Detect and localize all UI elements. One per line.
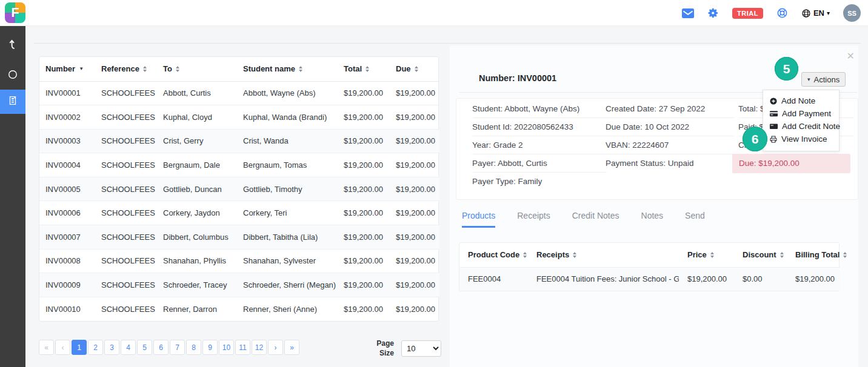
menu-item-label: Add Note — [781, 96, 815, 105]
page-size-select[interactable]: 10 — [401, 340, 441, 357]
table-row[interactable]: INV00006SCHOOLFEESCorkery, JaydonCorkery… — [39, 201, 439, 225]
pagination-first-button[interactable]: « — [39, 340, 54, 355]
pagination-next-button[interactable]: › — [268, 340, 283, 355]
table-row[interactable]: INV00008SCHOOLFEESShanahan, PhyllisShana… — [39, 249, 439, 273]
due-amount-chip: Due: $19,200.00 — [732, 154, 850, 173]
tab-receipts[interactable]: Receipts — [517, 211, 550, 228]
table-row[interactable]: INV00009SCHOOLFEESSchroeder, TraceySchro… — [39, 273, 439, 297]
tab-products[interactable]: Products — [462, 211, 495, 228]
sort-icon — [176, 66, 179, 72]
tab-send[interactable]: Send — [685, 211, 705, 228]
table-row[interactable]: INV00010SCHOOLFEESRenner, DarronRenner, … — [39, 297, 439, 321]
table-cell: $19,200.00 — [390, 177, 439, 201]
column-header-receipts[interactable]: Receipts — [528, 243, 679, 267]
table-row[interactable]: INV00003SCHOOLFEESCrist, GerryCrist, Wan… — [39, 129, 439, 153]
topbar: F TRIAL EN ▾ SS — [0, 0, 868, 26]
pagination-page-button[interactable]: 2 — [88, 340, 103, 355]
pagination-page-button[interactable]: 12 — [252, 340, 267, 355]
column-header-due[interactable]: Due — [390, 57, 439, 81]
table-cell: $19,200.00 — [338, 273, 390, 297]
sort-desc-icon: ▼ — [79, 66, 84, 71]
help-lifering-icon[interactable] — [776, 7, 788, 19]
column-label: Total — [344, 64, 362, 73]
actions-button[interactable]: ▾ Actions — [801, 72, 846, 87]
table-cell: Bergnaum, Dale — [157, 153, 237, 177]
pagination-page-button[interactable]: 10 — [219, 340, 234, 355]
table-cell: $19,200.00 — [338, 177, 390, 201]
sort-icon — [573, 252, 576, 258]
table-row[interactable]: INV00005SCHOOLFEESGottlieb, DuncanGottli… — [39, 177, 439, 201]
table-row[interactable]: INV00004SCHOOLFEESBergnaum, DaleBergnaum… — [39, 153, 439, 177]
pagination-prev-button[interactable]: ‹ — [55, 340, 70, 355]
pagination-page-button[interactable]: 11 — [235, 340, 250, 355]
close-icon[interactable]: ✕ — [847, 50, 855, 62]
menu-item-add-credit-note[interactable]: Add Credit Note — [763, 120, 839, 133]
table-cell: INV00005 — [39, 177, 95, 201]
table-cell: $19,200.00 — [390, 129, 439, 153]
table-cell: Corkery, Teri — [237, 201, 338, 225]
products-table: Product CodeReceiptsPriceDiscountBilling… — [459, 243, 840, 291]
screen: F TRIAL EN ▾ SS — [0, 0, 868, 367]
table-cell: Gottlieb, Duncan — [157, 177, 237, 201]
actions-dropdown-menu: Add NoteAdd PaymentAdd Credit NoteView I… — [763, 90, 840, 151]
actions-button-label: Actions — [814, 75, 840, 84]
table-cell: Dibbert, Columbus — [157, 225, 237, 250]
detail-field: Payer: Abbott, Curtis — [472, 154, 607, 173]
pagination-page-button[interactable]: 6 — [153, 340, 169, 355]
sidebar-item-invoices[interactable] — [0, 90, 25, 114]
table-row[interactable]: FEE0004FEE0004 Tuition Fees: Junior Scho… — [459, 267, 840, 291]
avatar[interactable]: SS — [843, 4, 861, 22]
column-header-to[interactable]: To — [157, 57, 237, 81]
page-divider — [34, 43, 861, 44]
tab-notes[interactable]: Notes — [641, 211, 664, 228]
pagination-page-button[interactable]: 9 — [202, 340, 218, 355]
table-cell: $19,200.00 — [390, 153, 439, 177]
column-header-product-code[interactable]: Product Code — [459, 243, 528, 267]
column-header-reference[interactable]: Reference — [95, 57, 157, 81]
pagination-page-button[interactable]: 4 — [121, 340, 136, 355]
table-cell: SCHOOLFEES — [95, 273, 157, 297]
table-row[interactable]: INV00007SCHOOLFEESDibbert, ColumbusDibbe… — [39, 225, 439, 250]
column-label: Reference — [101, 64, 139, 73]
pagination-row: «‹123456789101112›» Page Size 10 — [39, 340, 439, 357]
table-row[interactable]: INV00001SCHOOLFEESAbbott, CurtisAbbott, … — [39, 81, 439, 105]
column-header-total[interactable]: Total — [338, 57, 390, 81]
printer-icon — [769, 135, 778, 144]
pagination-page-button[interactable]: 3 — [104, 340, 119, 355]
column-header-number[interactable]: Number▼ — [39, 57, 95, 81]
column-header-price[interactable]: Price — [679, 243, 734, 267]
column-header-discount[interactable]: Discount — [734, 243, 787, 267]
table-cell: Dibbert, Tabitha (Lila) — [237, 225, 338, 250]
menu-item-view-invoice[interactable]: View Invoice — [763, 133, 839, 145]
language-switcher[interactable]: EN ▾ — [801, 8, 830, 18]
table-cell: SCHOOLFEES — [95, 129, 157, 153]
table-row[interactable]: INV00002SCHOOLFEESKuphal, CloydKuphal, W… — [39, 105, 439, 130]
table-cell: $19,200.00 — [338, 105, 390, 130]
tab-credit-notes[interactable]: Credit Notes — [572, 211, 619, 228]
table-cell: INV00008 — [39, 249, 95, 273]
table-cell: $19,200.00 — [390, 201, 439, 225]
invoice-document-icon — [7, 94, 18, 109]
pagination-page-button[interactable]: 5 — [137, 340, 152, 355]
mail-icon[interactable] — [682, 8, 694, 18]
column-header-billing-total[interactable]: Billing Total — [787, 243, 840, 267]
table-cell: SCHOOLFEES — [95, 225, 157, 250]
settings-gear-icon[interactable] — [707, 7, 719, 19]
menu-item-add-note[interactable]: Add Note — [763, 94, 839, 107]
sidebar-item-record[interactable] — [0, 64, 25, 88]
column-header-student-name[interactable]: Student name — [237, 57, 338, 81]
pagination-last-button[interactable]: » — [284, 340, 299, 355]
pagination-page-button[interactable]: 7 — [170, 340, 185, 355]
pagination-page-button[interactable]: 1 — [72, 340, 87, 355]
table-cell: Renner, Sheri (Anne) — [237, 297, 338, 321]
app-logo[interactable]: F — [5, 2, 25, 23]
page-size-label: Page Size — [371, 339, 394, 358]
topbar-actions: TRIAL EN ▾ SS — [682, 0, 861, 26]
menu-item-add-payment[interactable]: Add Payment — [763, 107, 839, 120]
column-label: To — [163, 64, 172, 73]
pagination: «‹123456789101112›» — [39, 340, 299, 355]
table-cell: INV00009 — [39, 273, 95, 297]
sidebar-item-upload[interactable] — [0, 33, 25, 58]
table-cell: $19,200.00 — [338, 81, 390, 105]
pagination-page-button[interactable]: 8 — [186, 340, 201, 355]
